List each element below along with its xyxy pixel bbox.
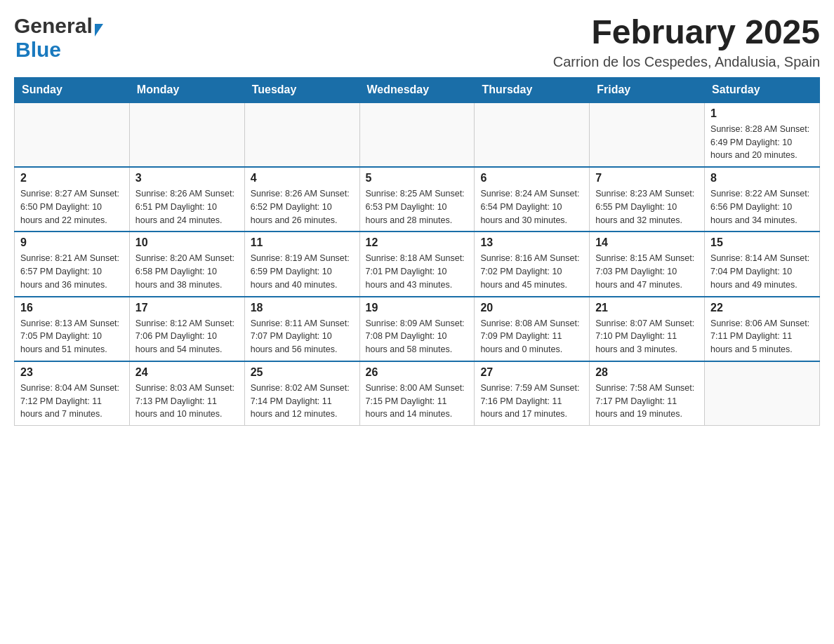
calendar-cell: 24Sunrise: 8:03 AM Sunset: 7:13 PM Dayli…: [129, 361, 244, 426]
day-info: Sunrise: 8:18 AM Sunset: 7:01 PM Dayligh…: [366, 252, 469, 291]
calendar-cell: 26Sunrise: 8:00 AM Sunset: 7:15 PM Dayli…: [359, 361, 475, 426]
logo-triangle-icon: [95, 24, 103, 36]
day-number: 3: [135, 172, 239, 185]
day-number: 2: [20, 172, 124, 185]
logo-general-text: General: [14, 14, 93, 38]
calendar-cell: 5Sunrise: 8:25 AM Sunset: 6:53 PM Daylig…: [359, 167, 475, 232]
calendar-cell: 18Sunrise: 8:11 AM Sunset: 7:07 PM Dayli…: [244, 297, 359, 361]
day-number: 21: [595, 302, 699, 314]
weekday-friday: Friday: [590, 77, 705, 102]
weekday-tuesday: Tuesday: [244, 77, 359, 102]
calendar-cell: 21Sunrise: 8:07 AM Sunset: 7:10 PM Dayli…: [590, 297, 705, 361]
day-number: 26: [366, 366, 469, 379]
day-number: 5: [366, 172, 469, 185]
calendar-cell: 6Sunrise: 8:24 AM Sunset: 6:54 PM Daylig…: [475, 167, 590, 232]
logo: General Blue: [14, 14, 103, 62]
day-info: Sunrise: 8:16 AM Sunset: 7:02 PM Dayligh…: [480, 252, 583, 291]
calendar-cell: 17Sunrise: 8:12 AM Sunset: 7:06 PM Dayli…: [129, 297, 244, 361]
page-header: General Blue February 2025 Carrion de lo…: [14, 14, 820, 70]
month-title: February 2025: [553, 14, 820, 51]
day-number: 15: [710, 236, 814, 249]
day-info: Sunrise: 8:15 AM Sunset: 7:03 PM Dayligh…: [595, 252, 699, 291]
day-number: 4: [251, 172, 354, 185]
calendar-cell: 28Sunrise: 7:58 AM Sunset: 7:17 PM Dayli…: [590, 361, 705, 426]
day-number: 11: [251, 236, 354, 249]
day-number: 10: [135, 236, 239, 249]
day-number: 25: [251, 366, 354, 379]
calendar-week-2: 2Sunrise: 8:27 AM Sunset: 6:50 PM Daylig…: [15, 167, 820, 232]
day-info: Sunrise: 8:23 AM Sunset: 6:55 PM Dayligh…: [595, 187, 699, 227]
day-info: Sunrise: 7:59 AM Sunset: 7:16 PM Dayligh…: [480, 382, 583, 421]
day-number: 9: [20, 236, 124, 249]
day-info: Sunrise: 8:24 AM Sunset: 6:54 PM Dayligh…: [480, 187, 583, 227]
day-number: 22: [710, 302, 814, 314]
day-info: Sunrise: 8:27 AM Sunset: 6:50 PM Dayligh…: [20, 187, 124, 227]
day-number: 12: [366, 236, 469, 249]
calendar-cell: 25Sunrise: 8:02 AM Sunset: 7:14 PM Dayli…: [244, 361, 359, 426]
day-info: Sunrise: 8:22 AM Sunset: 6:56 PM Dayligh…: [710, 187, 814, 227]
day-info: Sunrise: 8:02 AM Sunset: 7:14 PM Dayligh…: [251, 382, 354, 421]
calendar-cell: 20Sunrise: 8:08 AM Sunset: 7:09 PM Dayli…: [475, 297, 590, 361]
calendar-cell: 7Sunrise: 8:23 AM Sunset: 6:55 PM Daylig…: [590, 167, 705, 232]
calendar-cell: 16Sunrise: 8:13 AM Sunset: 7:05 PM Dayli…: [15, 297, 130, 361]
day-info: Sunrise: 8:08 AM Sunset: 7:09 PM Dayligh…: [480, 317, 583, 356]
day-info: Sunrise: 8:07 AM Sunset: 7:10 PM Dayligh…: [595, 317, 699, 356]
weekday-monday: Monday: [129, 77, 244, 102]
calendar-cell: 4Sunrise: 8:26 AM Sunset: 6:52 PM Daylig…: [244, 167, 359, 232]
day-number: 13: [480, 236, 583, 249]
day-info: Sunrise: 8:06 AM Sunset: 7:11 PM Dayligh…: [710, 317, 814, 356]
location-title: Carrion de los Cespedes, Andalusia, Spai…: [553, 54, 820, 70]
weekday-wednesday: Wednesday: [359, 77, 475, 102]
calendar-header: SundayMondayTuesdayWednesdayThursdayFrid…: [15, 77, 820, 102]
calendar-cell: 23Sunrise: 8:04 AM Sunset: 7:12 PM Dayli…: [15, 361, 130, 426]
day-number: 17: [135, 302, 239, 314]
calendar-cell: [244, 102, 359, 167]
weekday-thursday: Thursday: [475, 77, 590, 102]
calendar-cell: 14Sunrise: 8:15 AM Sunset: 7:03 PM Dayli…: [590, 232, 705, 296]
day-info: Sunrise: 8:28 AM Sunset: 6:49 PM Dayligh…: [710, 123, 814, 162]
weekday-sunday: Sunday: [15, 77, 130, 102]
calendar-cell: 9Sunrise: 8:21 AM Sunset: 6:57 PM Daylig…: [15, 232, 130, 296]
day-number: 18: [251, 302, 354, 314]
day-info: Sunrise: 8:19 AM Sunset: 6:59 PM Dayligh…: [251, 252, 354, 291]
day-info: Sunrise: 8:12 AM Sunset: 7:06 PM Dayligh…: [135, 317, 239, 356]
day-number: 7: [595, 172, 699, 185]
title-block: February 2025 Carrion de los Cespedes, A…: [553, 14, 820, 70]
day-number: 28: [595, 366, 699, 379]
day-number: 6: [480, 172, 583, 185]
day-info: Sunrise: 8:26 AM Sunset: 6:52 PM Dayligh…: [251, 187, 354, 227]
calendar-week-4: 16Sunrise: 8:13 AM Sunset: 7:05 PM Dayli…: [15, 297, 820, 361]
calendar-cell: 10Sunrise: 8:20 AM Sunset: 6:58 PM Dayli…: [129, 232, 244, 296]
day-number: 20: [480, 302, 583, 314]
day-info: Sunrise: 8:13 AM Sunset: 7:05 PM Dayligh…: [20, 317, 124, 356]
calendar-cell: 12Sunrise: 8:18 AM Sunset: 7:01 PM Dayli…: [359, 232, 475, 296]
day-number: 16: [20, 302, 124, 314]
calendar-week-1: 1Sunrise: 8:28 AM Sunset: 6:49 PM Daylig…: [15, 102, 820, 167]
day-info: Sunrise: 8:04 AM Sunset: 7:12 PM Dayligh…: [20, 382, 124, 421]
day-number: 24: [135, 366, 239, 379]
day-info: Sunrise: 8:21 AM Sunset: 6:57 PM Dayligh…: [20, 252, 124, 291]
day-info: Sunrise: 8:11 AM Sunset: 7:07 PM Dayligh…: [251, 317, 354, 356]
calendar-week-5: 23Sunrise: 8:04 AM Sunset: 7:12 PM Dayli…: [15, 361, 820, 426]
day-number: 8: [710, 172, 814, 185]
weekday-saturday: Saturday: [705, 77, 820, 102]
calendar-cell: 1Sunrise: 8:28 AM Sunset: 6:49 PM Daylig…: [705, 102, 820, 167]
calendar-cell: 15Sunrise: 8:14 AM Sunset: 7:04 PM Dayli…: [705, 232, 820, 296]
calendar-cell: 8Sunrise: 8:22 AM Sunset: 6:56 PM Daylig…: [705, 167, 820, 232]
calendar-cell: 13Sunrise: 8:16 AM Sunset: 7:02 PM Dayli…: [475, 232, 590, 296]
calendar-cell: 11Sunrise: 8:19 AM Sunset: 6:59 PM Dayli…: [244, 232, 359, 296]
day-info: Sunrise: 8:14 AM Sunset: 7:04 PM Dayligh…: [710, 252, 814, 291]
calendar-cell: [129, 102, 244, 167]
day-info: Sunrise: 8:00 AM Sunset: 7:15 PM Dayligh…: [366, 382, 469, 421]
calendar-cell: 19Sunrise: 8:09 AM Sunset: 7:08 PM Dayli…: [359, 297, 475, 361]
calendar-cell: [475, 102, 590, 167]
calendar-week-3: 9Sunrise: 8:21 AM Sunset: 6:57 PM Daylig…: [15, 232, 820, 296]
calendar-table: SundayMondayTuesdayWednesdayThursdayFrid…: [14, 77, 820, 426]
day-number: 14: [595, 236, 699, 249]
calendar-cell: 22Sunrise: 8:06 AM Sunset: 7:11 PM Dayli…: [705, 297, 820, 361]
day-number: 27: [480, 366, 583, 379]
calendar-cell: [15, 102, 130, 167]
day-number: 19: [366, 302, 469, 314]
calendar-cell: [359, 102, 475, 167]
calendar-cell: [590, 102, 705, 167]
